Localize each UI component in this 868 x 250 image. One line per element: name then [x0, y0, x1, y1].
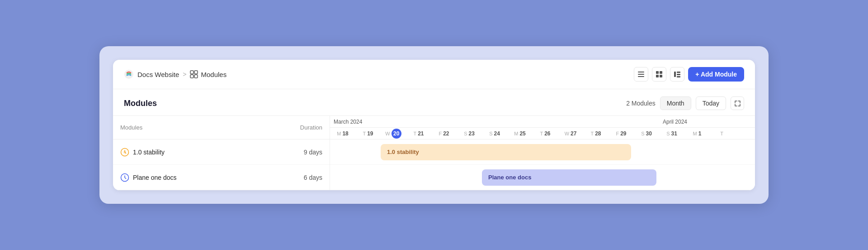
- svg-rect-14: [677, 74, 680, 75]
- module-name-text-1: 1.0 stability: [133, 149, 165, 156]
- list-view-button[interactable]: [634, 67, 648, 82]
- stability-bar[interactable]: 1.0 stability: [381, 144, 631, 160]
- day-cell-6: S24: [482, 130, 507, 137]
- gantt-container: Modules Duration 1.0 stability: [113, 115, 755, 190]
- svg-rect-8: [656, 71, 659, 74]
- month-view-button[interactable]: Month: [660, 96, 691, 110]
- duration-1: 9 days: [277, 149, 322, 156]
- expand-button[interactable]: [731, 96, 744, 110]
- header: Docs Website > Modules: [113, 60, 755, 89]
- left-panel-header: Modules Duration: [113, 116, 330, 139]
- breadcrumb-separator: >: [183, 71, 186, 78]
- day-cell-8: T26: [533, 130, 558, 137]
- svg-rect-4: [194, 75, 198, 78]
- day-cell-1: T19: [355, 130, 381, 137]
- detail-view-button[interactable]: [670, 67, 684, 82]
- gantt-row-2: Plane one docs: [330, 165, 755, 190]
- module-name-2: Plane one docs: [120, 173, 277, 182]
- module-name-1: 1.0 stability: [120, 148, 277, 157]
- module-row-2: Plane one docs 6 days: [113, 165, 330, 190]
- svg-rect-12: [674, 72, 676, 77]
- docs-website-logo: [124, 69, 134, 79]
- day-cell-4: F22: [431, 130, 457, 137]
- day-cell-3: T21: [406, 130, 431, 137]
- list-icon: [638, 71, 644, 77]
- modules-column-header: Modules: [120, 124, 277, 131]
- modules-count: 2 Modules: [626, 100, 656, 107]
- day-cell-7: M25: [507, 130, 533, 137]
- day-cell-14: M1: [684, 130, 710, 137]
- plane-one-docs-bar[interactable]: Plane one docs: [482, 169, 656, 186]
- clock-filled-icon: [120, 148, 129, 157]
- svg-rect-1: [190, 71, 193, 74]
- svg-rect-3: [190, 75, 193, 78]
- april-2024-label: April 2024: [659, 119, 755, 125]
- gantt-row-1: 1.0 stability: [330, 139, 755, 165]
- svg-rect-9: [660, 71, 662, 74]
- day-cell-0: M18: [330, 130, 355, 137]
- duration-2: 6 days: [277, 174, 322, 181]
- header-actions: + Add Module: [634, 67, 744, 82]
- modules-title: Modules: [124, 99, 157, 108]
- svg-rect-2: [194, 71, 198, 74]
- march-2024-label: March 2024: [330, 119, 659, 125]
- gantt-months-header: March 2024 April 2024: [330, 116, 755, 128]
- toolbar-right: 2 Modules Month Today: [626, 96, 744, 110]
- grid-view-button[interactable]: [652, 67, 666, 82]
- day-cell-11: F29: [609, 130, 634, 137]
- inner-card: Docs Website > Modules: [113, 60, 755, 190]
- svg-rect-10: [656, 75, 659, 77]
- day-cell-9: W27: [558, 130, 583, 137]
- today-button[interactable]: Today: [696, 96, 726, 110]
- svg-rect-6: [638, 74, 644, 75]
- modules-icon: [190, 70, 198, 78]
- day-cell-2: W20: [381, 129, 406, 139]
- duration-column-header: Duration: [277, 124, 322, 131]
- svg-rect-13: [677, 72, 680, 73]
- svg-rect-15: [677, 76, 680, 77]
- modules-toolbar: Modules 2 Modules Month Today: [113, 89, 755, 115]
- svg-rect-5: [638, 72, 644, 72]
- svg-rect-7: [638, 76, 644, 77]
- grid-icon: [656, 71, 662, 77]
- day-cell-5: S23: [457, 130, 482, 137]
- day-cell-10: T28: [583, 130, 609, 137]
- modules-section: Modules 2 Modules Month Today: [113, 89, 755, 190]
- clock-outline-icon: [120, 173, 129, 182]
- left-panel: Modules Duration 1.0 stability: [113, 116, 330, 190]
- project-name: Docs Website: [137, 71, 179, 78]
- svg-rect-11: [660, 75, 662, 77]
- day-cell-12: S30: [634, 130, 659, 137]
- current-page: Modules: [190, 70, 226, 78]
- gantt-days-header: M18T19W20T21F22S23S24M25T26W27T28F29S30S…: [330, 128, 755, 139]
- breadcrumb: Docs Website > Modules: [124, 69, 226, 79]
- outer-card: Docs Website > Modules: [99, 46, 769, 204]
- add-module-button[interactable]: + Add Module: [688, 67, 744, 82]
- detail-icon: [674, 71, 680, 77]
- right-gantt-panel: March 2024 April 2024 M18T19W20T21F22S23…: [330, 116, 755, 190]
- day-cell-13: S31: [659, 130, 684, 137]
- module-name-text-2: Plane one docs: [133, 174, 177, 181]
- module-row-1: 1.0 stability 9 days: [113, 139, 330, 165]
- day-cell-15: T: [710, 131, 735, 136]
- expand-icon: [735, 101, 741, 106]
